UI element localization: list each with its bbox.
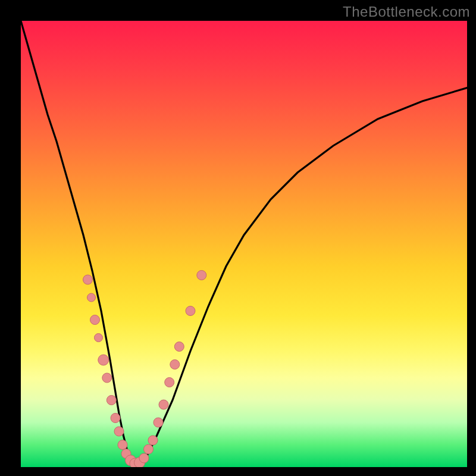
- curve-marker: [111, 414, 120, 423]
- curve-marker: [83, 275, 93, 284]
- curve-marker: [114, 427, 124, 436]
- curve-marker: [90, 315, 100, 325]
- watermark-text: TheBottleneck.com: [343, 4, 470, 20]
- curve-marker: [148, 436, 158, 445]
- curve-marker: [87, 293, 96, 302]
- curve-marker: [170, 360, 180, 369]
- curve-marker: [154, 418, 163, 427]
- plot-area: [21, 21, 467, 467]
- curve-marker: [102, 373, 112, 383]
- curve-marker: [107, 396, 116, 405]
- chart-svg: [21, 21, 467, 467]
- bottleneck-curve: [21, 21, 467, 467]
- curve-marker: [144, 444, 154, 454]
- curve-marker: [95, 334, 103, 342]
- curve-markers: [83, 271, 206, 468]
- curve-marker: [197, 271, 206, 280]
- curve-marker: [174, 342, 184, 352]
- curve-marker: [98, 355, 109, 365]
- curve-marker: [118, 440, 127, 450]
- chart-frame: TheBottleneck.com: [0, 0, 476, 476]
- curve-marker: [165, 378, 174, 387]
- curve-marker: [186, 306, 195, 316]
- curve-marker: [159, 400, 168, 409]
- curve-marker: [139, 453, 149, 463]
